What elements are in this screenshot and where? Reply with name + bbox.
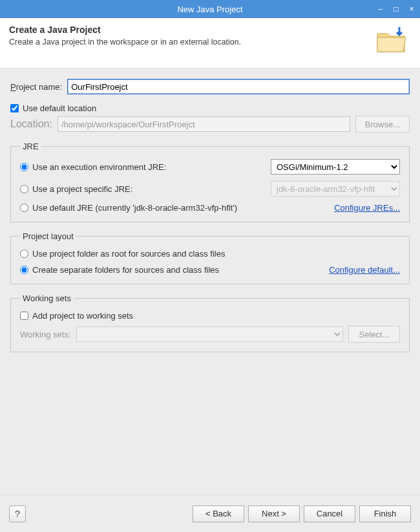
- project-name-label: Project name:: [10, 82, 62, 92]
- working-sets-label: Working sets:: [20, 330, 71, 339]
- working-sets-group: Working sets Add project to working sets…: [10, 293, 410, 352]
- project-name-input[interactable]: [67, 79, 410, 94]
- back-button[interactable]: < Back: [193, 505, 244, 522]
- working-sets-legend: Working sets: [20, 293, 74, 303]
- jre-project-specific-label: Use a project specific JRE:: [32, 184, 132, 194]
- jre-exec-env-radio[interactable]: [20, 163, 28, 171]
- next-button[interactable]: Next >: [248, 505, 300, 522]
- jre-default-radio[interactable]: [20, 204, 28, 212]
- cancel-button[interactable]: Cancel: [304, 505, 355, 522]
- jre-default-label: Use default JRE (currently 'jdk-8-oracle…: [32, 203, 237, 213]
- minimize-icon[interactable]: –: [376, 5, 385, 14]
- layout-separate-label: Create separate folders for sources and …: [32, 265, 219, 275]
- jre-exec-env-label: Use an execution environment JRE:: [32, 162, 166, 172]
- use-default-location-label: Use default location: [23, 103, 96, 113]
- close-icon[interactable]: ×: [407, 5, 416, 14]
- finish-button[interactable]: Finish: [359, 505, 411, 522]
- browse-button: Browse...: [355, 116, 410, 133]
- title-bar: New Java Project – □ ×: [0, 0, 420, 18]
- folder-wizard-icon: [375, 25, 408, 58]
- jre-project-specific-select: jdk-8-oracle-arm32-vfp-hflt: [271, 181, 400, 197]
- jre-group: JRE Use an execution environment JRE: OS…: [10, 142, 410, 222]
- jre-exec-env-select[interactable]: OSGi/Minimum-1.2: [271, 159, 400, 175]
- window-title: New Java Project: [177, 5, 242, 14]
- use-default-location-checkbox[interactable]: [10, 104, 19, 112]
- project-layout-group: Project layout Use project folder as roo…: [10, 231, 410, 284]
- working-sets-select-button: Select...: [348, 326, 400, 343]
- layout-root-label: Use project folder as root for sources a…: [32, 249, 225, 259]
- add-to-working-sets-label: Add project to working sets: [32, 311, 133, 321]
- location-label: Location:: [10, 118, 52, 130]
- wizard-banner: Create a Java Project Create a Java proj…: [0, 18, 420, 69]
- svg-marker-1: [377, 37, 406, 52]
- wizard-body: Project name: Use default location Locat…: [0, 69, 420, 495]
- jre-legend: JRE: [20, 142, 41, 151]
- wizard-footer: ? < Back Next > Cancel Finish: [0, 495, 420, 532]
- help-icon: ?: [15, 508, 20, 519]
- help-button[interactable]: ?: [9, 505, 26, 522]
- project-layout-legend: Project layout: [20, 231, 76, 241]
- jre-project-specific-radio[interactable]: [20, 185, 28, 193]
- working-sets-select: [76, 326, 343, 342]
- configure-default-link[interactable]: Configure default...: [329, 265, 400, 275]
- layout-root-radio[interactable]: [20, 250, 28, 258]
- configure-jres-link[interactable]: Configure JREs...: [334, 203, 400, 213]
- banner-subtext: Create a Java project in the workspace o…: [9, 37, 411, 47]
- maximize-icon[interactable]: □: [392, 5, 401, 14]
- banner-heading: Create a Java Project: [9, 25, 411, 35]
- layout-separate-radio[interactable]: [20, 266, 28, 274]
- add-to-working-sets-checkbox[interactable]: [20, 312, 28, 320]
- location-input: [58, 116, 350, 132]
